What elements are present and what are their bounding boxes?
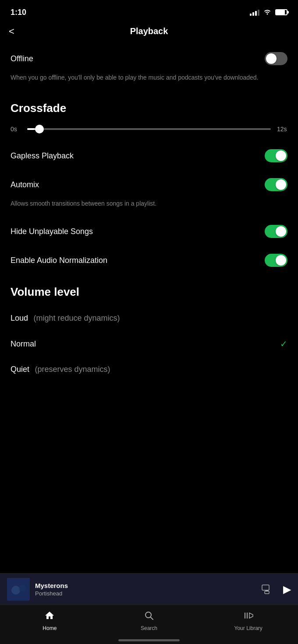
automix-label: Automix [11,180,39,189]
volume-loud-option[interactable]: Loud (might reduce dynamics) [0,306,298,331]
status-time: 1:10 [11,8,26,17]
offline-toggle-knob [266,53,277,64]
audio-normalization-toggle-knob [276,255,286,266]
play-button[interactable]: ▶ [283,583,291,595]
nav-library[interactable]: Your Library [199,610,298,631]
device-connect-icon[interactable] [261,584,274,595]
hide-unplayable-label: Hide Unplayable Songs [11,227,93,236]
automix-toggle[interactable] [265,178,287,191]
volume-loud-sublabel: (might reduce dynamics) [34,314,120,322]
slider-thumb[interactable] [35,125,44,133]
status-bar: 1:10 [0,0,298,22]
status-icons [250,8,287,17]
hide-unplayable-row: Hide Unplayable Songs [0,217,298,246]
gapless-playback-row: Gapless Playback [0,141,298,170]
automix-toggle-knob [276,179,286,190]
library-label: Your Library [234,625,263,631]
svg-line-7 [151,617,153,620]
home-indicator [118,639,180,641]
offline-label: Offline [11,54,33,63]
album-art [7,578,30,601]
crossfade-slider[interactable] [27,128,271,130]
slider-min-label: 0s [11,126,21,133]
settings-content: Offline When you go offline, you'll only… [0,44,298,382]
volume-loud-label: Loud [11,314,28,322]
hide-unplayable-toggle[interactable] [265,225,287,238]
svg-point-2 [19,585,26,592]
volume-normal-label: Normal [11,340,36,349]
back-button[interactable]: < [9,26,14,37]
offline-description: When you go offline, you'll only be able… [0,73,298,91]
offline-toggle[interactable] [265,52,287,65]
track-name: Mysterons [35,582,256,589]
audio-normalization-label: Enable Audio Normalization [11,256,107,265]
volume-quiet-label: Quiet [11,365,29,374]
now-playing-bar: Mysterons Portishead ▶ [0,573,298,605]
now-playing-controls: ▶ [261,583,291,595]
offline-row: Offline [0,44,298,73]
hide-unplayable-toggle-knob [276,226,286,237]
volume-quiet-sublabel: (preserves dynamics) [35,365,110,374]
audio-normalization-row: Enable Audio Normalization [0,246,298,275]
svg-rect-3 [262,585,269,590]
page-header: < Playback [0,22,298,44]
library-icon [243,610,254,623]
automix-row: Automix [0,170,298,199]
page-title: Playback [130,26,168,36]
gapless-playback-toggle[interactable] [265,149,287,162]
volume-level-header: Volume level [0,275,298,306]
svg-rect-5 [266,590,268,592]
nav-home[interactable]: Home [0,610,99,631]
wifi-icon [263,8,272,17]
volume-normal-option[interactable]: Normal ✓ [0,331,298,357]
home-label: Home [43,625,57,631]
volume-normal-checkmark: ✓ [280,339,287,349]
svg-point-1 [11,586,20,595]
album-art-svg [7,578,30,601]
slider-max-label: 12s [277,126,287,133]
nav-search[interactable]: Search [99,610,199,631]
crossfade-header: Crossfade [0,91,298,122]
gapless-toggle-knob [276,150,286,161]
crossfade-slider-container: 0s 12s [0,122,298,141]
track-info: Mysterons Portishead [35,582,256,597]
search-label: Search [141,625,157,631]
battery-icon [275,9,287,15]
signal-icon [250,9,259,16]
track-artist: Portishead [35,590,256,597]
volume-quiet-option[interactable]: Quiet (preserves dynamics) [0,357,298,382]
automix-description: Allows smooth transitions between songs … [0,199,298,217]
gapless-playback-label: Gapless Playback [11,151,74,161]
search-icon [144,610,154,623]
svg-marker-10 [249,613,253,618]
home-icon [44,610,55,623]
audio-normalization-toggle[interactable] [265,254,287,267]
bottom-nav: Home Search Your Library [0,605,298,644]
